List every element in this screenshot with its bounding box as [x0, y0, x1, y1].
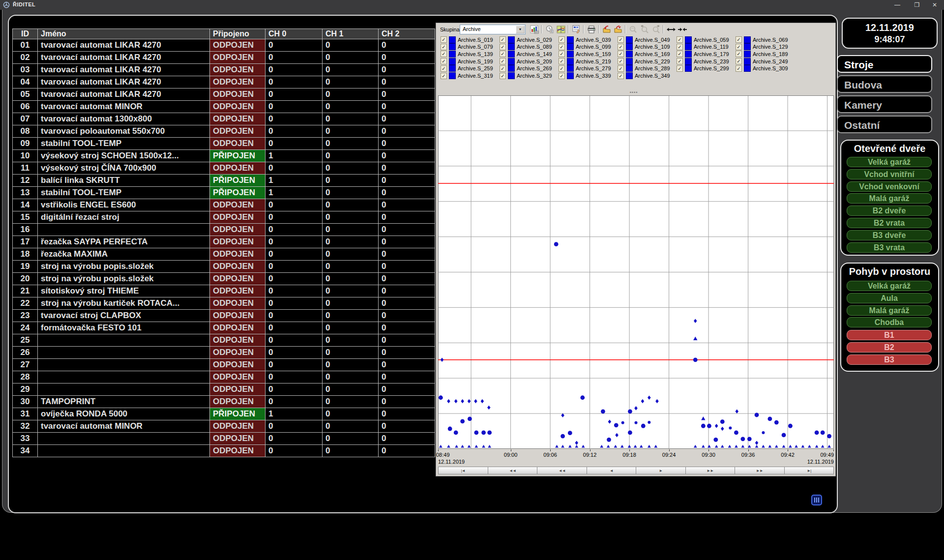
legend-checkbox[interactable]: ✓	[736, 51, 742, 57]
column-header-4[interactable]: CH 1	[323, 29, 379, 39]
legend-checkbox[interactable]: ✓	[500, 44, 506, 50]
sidebar-tab-budova[interactable]: Budova	[837, 75, 932, 93]
table-row[interactable]: 28ODPOJEN000	[13, 371, 435, 383]
table-row[interactable]: 16ODPOJEN000	[13, 224, 435, 236]
legend-checkbox[interactable]: ✓	[736, 65, 742, 72]
table-row[interactable]: 23tvarovací stroj CLAPBOXODPOJEN000	[13, 310, 435, 322]
table-row[interactable]: 01tvarovací automat LIKAR 4270ODPOJEN000	[13, 39, 435, 52]
legend-checkbox[interactable]: ✓	[618, 58, 624, 64]
legend-checkbox[interactable]: ✓	[441, 73, 447, 79]
table-row[interactable]: 26ODPOJEN000	[13, 347, 435, 359]
chart-scroll-button-2[interactable]: ◄◄	[537, 467, 587, 474]
chevron-down-icon[interactable]: ▼	[516, 26, 525, 33]
table-row[interactable]: 14vstřikolis ENGEL ES600ODPOJEN000	[13, 199, 435, 211]
zoom-back-icon[interactable]	[639, 25, 650, 34]
legend-checkbox[interactable]: ✓	[677, 65, 683, 72]
chart-scroll-button-5[interactable]: ►►	[686, 467, 736, 474]
zoom-forward-icon[interactable]	[650, 25, 661, 34]
scatter-plot[interactable]	[438, 95, 834, 449]
legend-checkbox[interactable]: ✓	[618, 65, 624, 72]
table-row[interactable]: 30TAMPOPRINTODPOJEN000	[13, 396, 435, 408]
legend-checkbox[interactable]: ✓	[618, 51, 624, 57]
table-row[interactable]: 25ODPOJEN000	[13, 334, 435, 347]
table-row[interactable]: 24formátovačka FESTO 101ODPOJEN000	[13, 322, 435, 334]
table-row[interactable]: 03tvarovací automat LIKAR 4270ODPOJEN000	[13, 64, 435, 76]
expand-horizontal-icon[interactable]	[665, 25, 677, 34]
table-row[interactable]: 27ODPOJEN000	[13, 359, 435, 371]
group-dropdown[interactable]: Archive ▼	[460, 25, 526, 34]
zoom-reset-icon[interactable]	[627, 25, 639, 34]
chart-curves-icon[interactable]	[555, 25, 566, 34]
table-row[interactable]: 17řezačka SAYPA PERFECTAODPOJEN000	[13, 236, 435, 248]
table-row[interactable]: 33ODPOJEN000	[13, 433, 435, 445]
column-header-3[interactable]: CH 0	[266, 29, 323, 39]
chart-scroll-button-0[interactable]: |◄	[438, 467, 488, 474]
table-row[interactable]: 09stabilní TOOL-TEMPODPOJEN000	[13, 138, 435, 150]
table-row[interactable]: 32tvarovací automat MINORODPOJEN000	[13, 420, 435, 433]
minimize-button[interactable]: —	[890, 0, 905, 10]
table-row[interactable]: 12balící linka SKRUTTPŘIPOJEN100	[13, 175, 435, 187]
table-row[interactable]: 31ovíječka RONDA 5000PŘIPOJEN100	[13, 408, 435, 420]
sidebar-tab-stroje[interactable]: Stroje	[837, 55, 932, 73]
legend-checkbox[interactable]: ✓	[677, 36, 683, 43]
table-row[interactable]: 29ODPOJEN000	[13, 383, 435, 396]
collapse-horizontal-icon[interactable]	[677, 25, 688, 34]
legend-checkbox[interactable]: ✓	[441, 58, 447, 64]
report-hand-icon[interactable]	[570, 25, 582, 34]
table-row[interactable]: 08tvarovací poloautomat 550x700ODPOJEN00…	[13, 125, 435, 138]
close-button[interactable]: ✕	[927, 0, 942, 10]
legend-checkbox[interactable]: ✓	[559, 51, 565, 57]
table-row[interactable]: 20stroj na výrobu popis.složekODPOJEN000	[13, 273, 435, 285]
chart-scroll-button-6[interactable]: ►►	[735, 467, 785, 474]
legend-checkbox[interactable]: ✓	[736, 58, 742, 64]
legend-checkbox[interactable]: ✓	[500, 73, 506, 79]
legend-checkbox[interactable]: ✓	[441, 65, 447, 72]
table-row[interactable]: 07tvarovací automat 1300x800ODPOJEN000	[13, 113, 435, 125]
legend-checkbox[interactable]: ✓	[559, 36, 565, 43]
table-row[interactable]: 06tvarovací automat MINORODPOJEN000	[13, 101, 435, 113]
column-header-0[interactable]: ID	[13, 29, 38, 39]
chart-table-icon[interactable]	[529, 25, 540, 34]
sidebar-tab-kamery[interactable]: Kamery	[837, 95, 932, 113]
table-row[interactable]: 18řezačka MAXIMAODPOJEN000	[13, 248, 435, 261]
folder-open-right-icon[interactable]	[612, 25, 623, 34]
legend-checkbox[interactable]: ✓	[677, 44, 683, 50]
legend-checkbox[interactable]: ✓	[559, 73, 565, 79]
legend-checkbox[interactable]: ✓	[500, 65, 506, 72]
chart-scroll-button-7[interactable]: ►|	[785, 467, 834, 474]
chart-scroll-button-4[interactable]: ►	[636, 467, 686, 474]
table-row[interactable]: 19stroj na výrobu popis.složekODPOJEN000	[13, 261, 435, 273]
legend-checkbox[interactable]: ✓	[618, 73, 624, 79]
printer-icon[interactable]	[586, 25, 597, 34]
table-row[interactable]: 13stabilní TOOL-TEMPPŘIPOJEN100	[13, 187, 435, 199]
restore-button[interactable]: ❐	[910, 0, 924, 10]
legend-checkbox[interactable]: ✓	[618, 44, 624, 50]
grid-menu-button[interactable]	[811, 495, 822, 505]
table-row[interactable]: 34ODPOJEN000	[13, 445, 435, 457]
legend-checkbox[interactable]: ✓	[677, 58, 683, 64]
legend-checkbox[interactable]: ✓	[736, 44, 742, 50]
sidebar-tab-ostatní[interactable]: Ostatní	[837, 116, 932, 133]
table-row[interactable]: 10výsekový stroj SCHOEN 1500x12...PŘIPOJ…	[13, 150, 435, 162]
splitter-grip[interactable]: ••••	[624, 91, 644, 94]
table-row[interactable]: 15digitální řezací strojODPOJEN000	[13, 211, 435, 224]
legend-checkbox[interactable]: ✓	[500, 36, 506, 43]
table-row[interactable]: 05tvarovací automat LIKAR 4270ODPOJEN000	[13, 88, 435, 101]
table-row[interactable]: 21sítotiskový stroj THIEMEODPOJEN000	[13, 285, 435, 297]
legend-checkbox[interactable]: ✓	[559, 65, 565, 72]
folder-open-left-icon[interactable]	[601, 25, 612, 34]
legend-checkbox[interactable]: ✓	[500, 58, 506, 64]
legend-checkbox[interactable]: ✓	[736, 36, 742, 43]
column-header-2[interactable]: Připojeno	[210, 29, 266, 39]
column-header-5[interactable]: CH 2	[379, 29, 435, 39]
chart-scroll-button-3[interactable]: ◄	[587, 467, 637, 474]
clock-icon[interactable]: 6	[544, 25, 555, 34]
legend-checkbox[interactable]: ✓	[441, 36, 447, 43]
chart-scroll-button-1[interactable]: ◄◄	[488, 467, 538, 474]
legend-checkbox[interactable]: ✓	[559, 44, 565, 50]
table-row[interactable]: 04tvarovací automat LIKAR 4270ODPOJEN000	[13, 76, 435, 88]
legend-checkbox[interactable]: ✓	[559, 58, 565, 64]
table-row[interactable]: 02tvarovací automat LIKAR 4270ODPOJEN000	[13, 52, 435, 64]
table-row[interactable]: 11výsekový stroj ČÍNA 700x900ODPOJEN000	[13, 162, 435, 175]
legend-checkbox[interactable]: ✓	[618, 36, 624, 43]
